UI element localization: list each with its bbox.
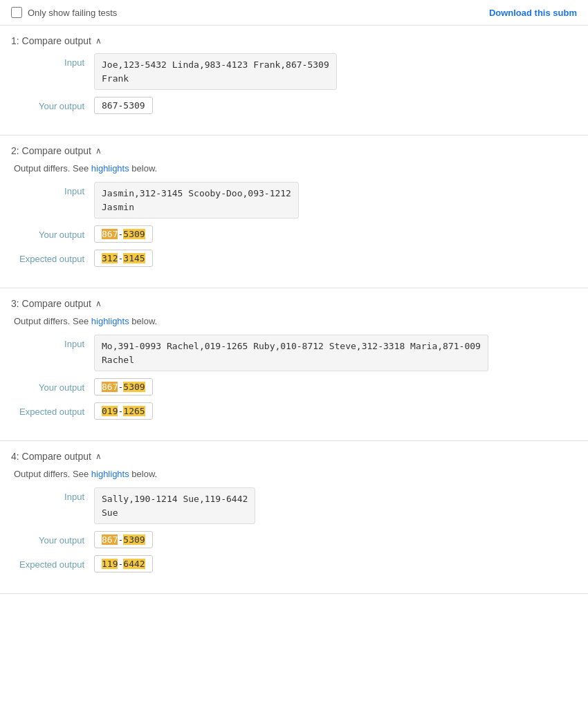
section-title: 1: Compare output xyxy=(11,35,91,46)
your-output-row: Your output 867-5309 xyxy=(11,378,577,395)
chevron-icon: ∧ xyxy=(95,451,102,461)
checkbox-label-text: Only show failing tests xyxy=(28,8,117,18)
section-header-1[interactable]: 1: Compare output ∧ xyxy=(11,35,577,46)
top-bar: Only show failing tests Download this su… xyxy=(0,0,588,26)
expected-output-row: Expected output 312-3145 xyxy=(11,250,577,267)
input-row: Input Sally,190-1214 Sue,119-6442Sue xyxy=(11,487,577,524)
expected-output-box: 019-1265 xyxy=(94,402,153,420)
input-row: Input Jasmin,312-3145 Scooby-Doo,093-121… xyxy=(11,182,577,218)
differs-text: Output differs. See xyxy=(14,469,91,479)
input-row: Input Mo,391-0993 Rachel,019-1265 Ruby,0… xyxy=(11,335,577,371)
sections-container: 1: Compare output ∧ Input Joe,123-5432 L… xyxy=(0,26,588,594)
input-box: Mo,391-0993 Rachel,019-1265 Ruby,010-871… xyxy=(94,335,488,371)
test-section-1: 1: Compare output ∧ Input Joe,123-5432 L… xyxy=(0,26,588,136)
highlights-link[interactable]: highlights xyxy=(91,316,129,326)
your-output-box: 867-5309 xyxy=(94,378,153,395)
differs-text: Output differs. See xyxy=(14,163,91,174)
expected-output-label: Expected output xyxy=(11,250,94,264)
expected-output-label: Expected output xyxy=(11,555,94,570)
your-output-row: Your output 867-5309 xyxy=(11,531,577,548)
highlight-orange: 867 xyxy=(102,534,118,545)
chevron-icon: ∧ xyxy=(95,36,102,46)
test-section-4: 4: Compare output ∧Output differs. See h… xyxy=(0,441,588,594)
expected-output-box: 119-6442 xyxy=(94,555,153,572)
your-output-label: Your output xyxy=(11,97,94,111)
your-output-row: Your output 867-5309 xyxy=(11,97,577,114)
expected-output-label: Expected output xyxy=(11,402,94,417)
highlights-link[interactable]: highlights xyxy=(91,163,129,174)
differs-message: Output differs. See highlights below. xyxy=(11,469,577,479)
section-header-4[interactable]: 4: Compare output ∧ xyxy=(11,451,577,462)
your-output-row: Your output 867-5309 xyxy=(11,225,577,243)
highlight-yellow: 312 xyxy=(102,253,118,263)
highlight-yellow: 119 xyxy=(102,559,118,569)
highlights-link[interactable]: highlights xyxy=(91,469,129,479)
failing-tests-checkbox-label[interactable]: Only show failing tests xyxy=(11,7,117,18)
failing-tests-checkbox[interactable] xyxy=(11,7,22,18)
differs-message: Output differs. See highlights below. xyxy=(11,316,577,326)
input-box: Sally,190-1214 Sue,119-6442Sue xyxy=(94,487,255,524)
differs-text2: below. xyxy=(129,469,157,479)
input-label: Input xyxy=(11,182,94,196)
input-label: Input xyxy=(11,53,94,68)
input-box: Jasmin,312-3145 Scooby-Doo,093-1212Jasmi… xyxy=(94,182,299,218)
highlight-yellow: 019 xyxy=(102,406,118,416)
highlight-orange: 867 xyxy=(102,382,118,392)
your-output-box: 867-5309 xyxy=(94,97,153,114)
your-output-label: Your output xyxy=(11,378,94,393)
your-output-label: Your output xyxy=(11,225,94,240)
input-box: Joe,123-5432 Linda,983-4123 Frank,867-53… xyxy=(94,53,337,90)
highlight-yellow: 5309 xyxy=(123,229,145,239)
chevron-icon: ∧ xyxy=(95,146,102,156)
download-link[interactable]: Download this subm xyxy=(489,8,577,18)
your-output-label: Your output xyxy=(11,531,94,546)
highlight-orange: 867 xyxy=(102,229,118,239)
output-text: 867-5309 xyxy=(102,100,145,111)
differs-text2: below. xyxy=(129,163,157,174)
test-section-3: 3: Compare output ∧Output differs. See h… xyxy=(0,288,588,441)
highlight-yellow: 5309 xyxy=(123,382,145,392)
your-output-box: 867-5309 xyxy=(94,531,153,548)
input-row: Input Joe,123-5432 Linda,983-4123 Frank,… xyxy=(11,53,577,90)
section-title: 3: Compare output xyxy=(11,298,91,309)
section-title: 4: Compare output xyxy=(11,451,91,462)
section-title: 2: Compare output xyxy=(11,145,91,156)
input-label: Input xyxy=(11,335,94,349)
expected-output-row: Expected output 019-1265 xyxy=(11,402,577,420)
section-header-3[interactable]: 3: Compare output ∧ xyxy=(11,298,577,309)
differs-message: Output differs. See highlights below. xyxy=(11,163,577,174)
highlight-yellow: 3145 xyxy=(123,253,145,263)
input-label: Input xyxy=(11,487,94,502)
expected-output-box: 312-3145 xyxy=(94,250,153,267)
section-header-2[interactable]: 2: Compare output ∧ xyxy=(11,145,577,156)
highlight-yellow: 1265 xyxy=(123,406,145,416)
differs-text: Output differs. See xyxy=(14,316,91,326)
expected-output-row: Expected output 119-6442 xyxy=(11,555,577,572)
highlight-yellow: 5309 xyxy=(123,534,145,545)
test-section-2: 2: Compare output ∧Output differs. See h… xyxy=(0,136,588,288)
differs-text2: below. xyxy=(129,316,157,326)
chevron-icon: ∧ xyxy=(95,299,102,308)
highlight-yellow: 6442 xyxy=(123,559,145,569)
your-output-box: 867-5309 xyxy=(94,225,153,243)
